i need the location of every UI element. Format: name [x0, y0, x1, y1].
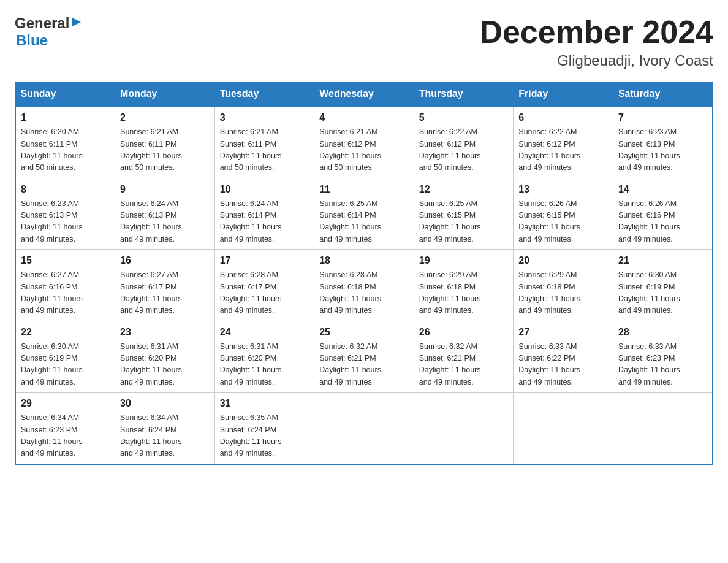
calendar-week-row: 15Sunrise: 6:27 AMSunset: 6:16 PMDayligh…	[15, 250, 713, 321]
table-row: 24Sunrise: 6:31 AMSunset: 6:20 PMDayligh…	[214, 321, 314, 393]
day-number: 18	[319, 253, 409, 268]
day-info: Sunrise: 6:27 AMSunset: 6:16 PMDaylight:…	[21, 269, 110, 317]
logo-arrow-icon	[71, 17, 82, 30]
day-number: 10	[220, 182, 309, 197]
table-row: 3Sunrise: 6:21 AMSunset: 6:11 PMDaylight…	[214, 106, 314, 178]
day-info: Sunrise: 6:34 AMSunset: 6:23 PMDaylight:…	[21, 412, 110, 460]
table-row: 5Sunrise: 6:22 AMSunset: 6:12 PMDaylight…	[414, 106, 514, 178]
day-info: Sunrise: 6:25 AMSunset: 6:14 PMDaylight:…	[319, 198, 409, 246]
calendar-body: 1Sunrise: 6:20 AMSunset: 6:11 PMDaylight…	[15, 106, 713, 464]
table-row: 15Sunrise: 6:27 AMSunset: 6:16 PMDayligh…	[15, 250, 115, 321]
table-row: 23Sunrise: 6:31 AMSunset: 6:20 PMDayligh…	[115, 321, 215, 393]
table-row: 18Sunrise: 6:28 AMSunset: 6:18 PMDayligh…	[314, 250, 414, 321]
day-info: Sunrise: 6:34 AMSunset: 6:24 PMDaylight:…	[120, 412, 210, 460]
day-number: 21	[618, 253, 707, 268]
day-info: Sunrise: 6:31 AMSunset: 6:20 PMDaylight:…	[120, 341, 210, 389]
logo-general-text: General	[15, 15, 69, 32]
day-info: Sunrise: 6:21 AMSunset: 6:11 PMDaylight:…	[220, 126, 309, 174]
table-row: 19Sunrise: 6:29 AMSunset: 6:18 PMDayligh…	[414, 250, 514, 321]
day-number: 30	[120, 396, 210, 411]
table-row: 8Sunrise: 6:23 AMSunset: 6:13 PMDaylight…	[15, 178, 115, 250]
day-number: 4	[319, 110, 409, 125]
table-row: 22Sunrise: 6:30 AMSunset: 6:19 PMDayligh…	[15, 321, 115, 393]
day-info: Sunrise: 6:27 AMSunset: 6:17 PMDaylight:…	[120, 269, 210, 317]
day-number: 5	[419, 110, 509, 125]
table-row: 16Sunrise: 6:27 AMSunset: 6:17 PMDayligh…	[115, 250, 215, 321]
day-info: Sunrise: 6:23 AMSunset: 6:13 PMDaylight:…	[21, 198, 110, 246]
day-number: 29	[21, 396, 110, 411]
day-info: Sunrise: 6:29 AMSunset: 6:18 PMDaylight:…	[518, 269, 608, 317]
col-monday: Monday	[115, 82, 215, 107]
table-row: 29Sunrise: 6:34 AMSunset: 6:23 PMDayligh…	[15, 393, 115, 464]
day-info: Sunrise: 6:30 AMSunset: 6:19 PMDaylight:…	[21, 341, 110, 389]
day-number: 28	[618, 325, 707, 340]
day-info: Sunrise: 6:25 AMSunset: 6:15 PMDaylight:…	[419, 198, 509, 246]
day-number: 11	[319, 182, 409, 197]
day-number: 26	[419, 325, 509, 340]
table-row	[314, 393, 414, 464]
table-row: 9Sunrise: 6:24 AMSunset: 6:13 PMDaylight…	[115, 178, 215, 250]
day-number: 24	[220, 325, 309, 340]
table-row: 28Sunrise: 6:33 AMSunset: 6:23 PMDayligh…	[613, 321, 713, 393]
day-info: Sunrise: 6:30 AMSunset: 6:19 PMDaylight:…	[618, 269, 707, 317]
day-number: 2	[120, 110, 210, 125]
logo: General Blue	[15, 15, 82, 49]
table-row: 30Sunrise: 6:34 AMSunset: 6:24 PMDayligh…	[115, 393, 215, 464]
calendar-week-row: 1Sunrise: 6:20 AMSunset: 6:11 PMDaylight…	[15, 106, 713, 178]
day-number: 14	[618, 182, 707, 197]
day-info: Sunrise: 6:32 AMSunset: 6:21 PMDaylight:…	[319, 341, 409, 389]
day-number: 23	[120, 325, 210, 340]
col-tuesday: Tuesday	[214, 82, 314, 107]
day-info: Sunrise: 6:24 AMSunset: 6:13 PMDaylight:…	[120, 198, 210, 246]
day-info: Sunrise: 6:23 AMSunset: 6:13 PMDaylight:…	[618, 126, 707, 174]
day-number: 6	[518, 110, 608, 125]
calendar-week-row: 8Sunrise: 6:23 AMSunset: 6:13 PMDaylight…	[15, 178, 713, 250]
table-row: 10Sunrise: 6:24 AMSunset: 6:14 PMDayligh…	[214, 178, 314, 250]
table-row: 20Sunrise: 6:29 AMSunset: 6:18 PMDayligh…	[514, 250, 613, 321]
day-number: 8	[21, 182, 110, 197]
svg-marker-0	[72, 18, 81, 26]
day-number: 31	[220, 396, 309, 411]
day-info: Sunrise: 6:22 AMSunset: 6:12 PMDaylight:…	[518, 126, 608, 174]
table-row	[414, 393, 514, 464]
day-number: 25	[319, 325, 409, 340]
day-number: 1	[21, 110, 110, 125]
table-row: 11Sunrise: 6:25 AMSunset: 6:14 PMDayligh…	[314, 178, 414, 250]
col-saturday: Saturday	[613, 82, 713, 107]
day-info: Sunrise: 6:33 AMSunset: 6:23 PMDaylight:…	[618, 341, 707, 389]
day-info: Sunrise: 6:33 AMSunset: 6:22 PMDaylight:…	[518, 341, 608, 389]
day-info: Sunrise: 6:28 AMSunset: 6:17 PMDaylight:…	[220, 269, 309, 317]
day-info: Sunrise: 6:26 AMSunset: 6:15 PMDaylight:…	[518, 198, 608, 246]
day-number: 17	[220, 253, 309, 268]
day-info: Sunrise: 6:21 AMSunset: 6:11 PMDaylight:…	[120, 126, 210, 174]
day-number: 9	[120, 182, 210, 197]
day-number: 16	[120, 253, 210, 268]
title-block: December 2024 Gligbeuadji, Ivory Coast	[479, 15, 713, 69]
table-row: 4Sunrise: 6:21 AMSunset: 6:12 PMDaylight…	[314, 106, 414, 178]
table-row: 1Sunrise: 6:20 AMSunset: 6:11 PMDaylight…	[15, 106, 115, 178]
calendar-header: Sunday Monday Tuesday Wednesday Thursday…	[15, 82, 713, 107]
page-header: General Blue December 2024 Gligbeuadji, …	[15, 15, 713, 69]
day-info: Sunrise: 6:29 AMSunset: 6:18 PMDaylight:…	[419, 269, 509, 317]
table-row: 12Sunrise: 6:25 AMSunset: 6:15 PMDayligh…	[414, 178, 514, 250]
table-row: 31Sunrise: 6:35 AMSunset: 6:24 PMDayligh…	[214, 393, 314, 464]
day-number: 13	[518, 182, 608, 197]
day-info: Sunrise: 6:21 AMSunset: 6:12 PMDaylight:…	[319, 126, 409, 174]
calendar-table: Sunday Monday Tuesday Wednesday Thursday…	[15, 82, 713, 465]
day-number: 15	[21, 253, 110, 268]
day-info: Sunrise: 6:35 AMSunset: 6:24 PMDaylight:…	[220, 412, 309, 460]
col-friday: Friday	[514, 82, 613, 107]
day-number: 27	[518, 325, 608, 340]
logo-blue-text: Blue	[16, 32, 48, 49]
day-number: 22	[21, 325, 110, 340]
day-number: 12	[419, 182, 509, 197]
day-info: Sunrise: 6:20 AMSunset: 6:11 PMDaylight:…	[21, 126, 110, 174]
day-info: Sunrise: 6:26 AMSunset: 6:16 PMDaylight:…	[618, 198, 707, 246]
table-row: 6Sunrise: 6:22 AMSunset: 6:12 PMDaylight…	[514, 106, 613, 178]
day-number: 20	[518, 253, 608, 268]
day-info: Sunrise: 6:32 AMSunset: 6:21 PMDaylight:…	[419, 341, 509, 389]
calendar-subtitle: Gligbeuadji, Ivory Coast	[479, 52, 713, 69]
table-row	[514, 393, 613, 464]
day-info: Sunrise: 6:28 AMSunset: 6:18 PMDaylight:…	[319, 269, 409, 317]
col-sunday: Sunday	[15, 82, 115, 107]
